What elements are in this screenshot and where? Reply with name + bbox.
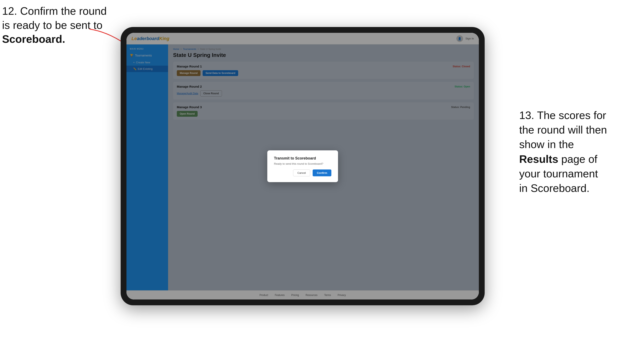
annotation-right-text: 13. The scores for the round will then s… bbox=[519, 109, 607, 194]
modal-subtitle: Ready to send this round to Scoreboard? bbox=[274, 162, 331, 165]
annotation-line3: Scoreboard. bbox=[2, 33, 65, 45]
annotation-top: 12. Confirm the round is ready to be sen… bbox=[2, 4, 110, 46]
annotation-line2: is ready to be sent to bbox=[2, 19, 102, 31]
modal-overlay: Transmit to Scoreboard Ready to send thi… bbox=[126, 33, 479, 300]
modal-title: Transmit to Scoreboard bbox=[274, 156, 331, 161]
modal-actions: Cancel Confirm bbox=[274, 170, 331, 176]
tablet-screen: LeaderboardKing 👤 Sign In MAIN MENU 🏆 To… bbox=[126, 33, 479, 300]
modal-cancel-button[interactable]: Cancel bbox=[293, 170, 310, 176]
annotation-right: 13. The scores for the round will then s… bbox=[519, 108, 640, 195]
annotation-line1: 12. Confirm the round bbox=[2, 5, 107, 17]
transmit-modal: Transmit to Scoreboard Ready to send thi… bbox=[267, 150, 338, 182]
tablet-frame: LeaderboardKing 👤 Sign In MAIN MENU 🏆 To… bbox=[121, 27, 485, 305]
modal-confirm-button[interactable]: Confirm bbox=[313, 170, 331, 176]
